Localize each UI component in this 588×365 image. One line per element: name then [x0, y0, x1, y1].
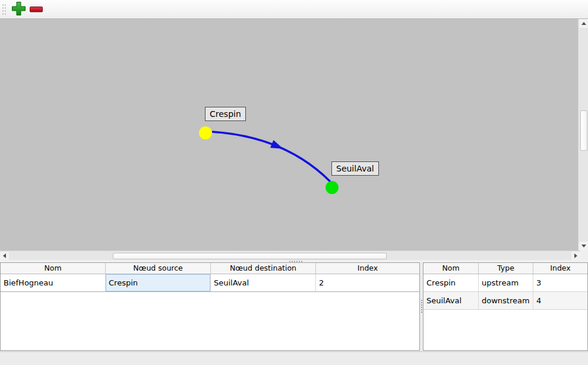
cell-noeud-destination[interactable]: SeuilAval: [211, 274, 316, 291]
horizontal-scrollbar[interactable]: [0, 250, 580, 260]
header-noeud-destination[interactable]: Nœud destination: [211, 263, 316, 274]
node-seuilaval[interactable]: [325, 181, 339, 194]
plus-icon: [11, 1, 26, 18]
node-table-header: Nom Type Index: [423, 263, 587, 274]
arrow-right-icon: [574, 253, 577, 258]
table-row[interactable]: SeuilAval downstream 4: [423, 292, 587, 310]
cell-nom[interactable]: BiefHogneau: [1, 274, 106, 291]
cell-nom[interactable]: Crespin: [423, 274, 479, 291]
scroll-up-button[interactable]: [579, 19, 588, 28]
header-noeud-source[interactable]: Nœud source: [106, 263, 211, 274]
graph-svg: [0, 19, 578, 250]
scrollbar-corner: [580, 250, 588, 260]
node-table: Nom Type Index Crespin upstream 3 SeuilA…: [423, 262, 588, 351]
add-button[interactable]: [10, 2, 27, 17]
table-row[interactable]: BiefHogneau Crespin SeuilAval 2: [1, 274, 419, 292]
reach-table: Nom Nœud source Nœud destination Index B…: [0, 262, 420, 351]
cell-type[interactable]: upstream: [479, 274, 533, 291]
scroll-right-button[interactable]: [571, 252, 580, 260]
node-label-seuilaval[interactable]: SeuilAval: [331, 161, 379, 176]
cell-index[interactable]: 3: [533, 274, 587, 291]
scroll-left-button[interactable]: [0, 252, 9, 260]
header-type[interactable]: Type: [479, 263, 533, 274]
toolbar: [0, 0, 588, 19]
cell-index[interactable]: 4: [533, 292, 587, 309]
arrow-left-icon: [3, 253, 6, 258]
status-bar: [0, 351, 588, 365]
cell-noeud-source-selected[interactable]: Crespin: [106, 274, 211, 291]
reach-table-header: Nom Nœud source Nœud destination Index: [1, 263, 419, 274]
edge-arrowhead-icon: [270, 140, 285, 153]
vertical-splitter-handle-icon[interactable]: [421, 299, 423, 313]
cell-type[interactable]: downstream: [479, 292, 533, 309]
node-crespin[interactable]: [199, 126, 212, 139]
remove-button[interactable]: [28, 2, 45, 17]
header-index[interactable]: Index: [533, 263, 587, 274]
node-label-crespin[interactable]: Crespin: [205, 107, 246, 121]
minus-icon: [30, 5, 43, 14]
graph-canvas[interactable]: Crespin SeuilAval: [0, 19, 578, 250]
arrow-down-icon: [581, 245, 586, 247]
cell-index[interactable]: 2: [316, 274, 419, 291]
table-row[interactable]: Crespin upstream 3: [423, 274, 587, 292]
scroll-down-button[interactable]: [579, 242, 588, 250]
arrow-up-icon: [581, 22, 586, 25]
edge-bief-hogneau[interactable]: [212, 132, 330, 182]
header-nom[interactable]: Nom: [1, 263, 106, 274]
toolbar-drag-handle[interactable]: [2, 4, 7, 16]
cell-nom[interactable]: SeuilAval: [423, 292, 479, 309]
horizontal-scrollbar-thumb[interactable]: [113, 253, 387, 259]
vertical-scrollbar[interactable]: [578, 19, 588, 250]
header-nom[interactable]: Nom: [423, 263, 479, 274]
header-index[interactable]: Index: [316, 263, 419, 274]
vertical-scrollbar-thumb[interactable]: [580, 110, 587, 151]
